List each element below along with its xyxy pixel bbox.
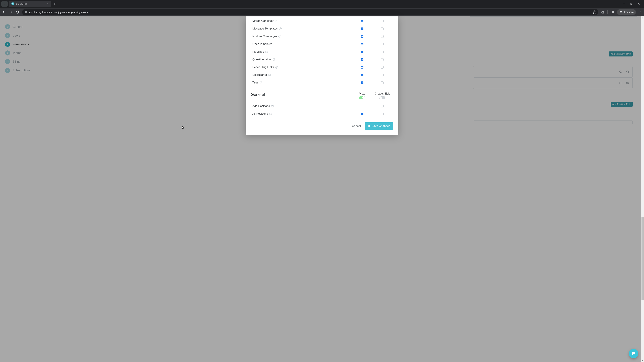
perm-view-checkbox[interactable] (361, 43, 364, 45)
star-icon (593, 10, 596, 14)
tab-close-button[interactable] (46, 3, 49, 5)
browser-tool-icons: Incognito (601, 9, 642, 15)
perm-view-checkbox[interactable] (361, 35, 364, 38)
perm-row: Offer Templates? (252, 40, 392, 48)
plus-icon (53, 2, 56, 5)
help-icon[interactable]: ? (274, 43, 276, 45)
tab-title: Breezy HR (16, 3, 27, 5)
arrow-left-icon (2, 10, 6, 14)
page-viewport: General Users Permissions Teams Billing … (0, 16, 644, 362)
minimize-icon (623, 3, 625, 5)
perm-label: All Positions (252, 112, 268, 115)
edit-all-toggle[interactable] (379, 96, 385, 99)
perm-edit-checkbox[interactable] (381, 105, 384, 107)
perm-label: Tags (252, 81, 258, 84)
perm-view-checkbox[interactable] (361, 81, 364, 84)
modal-footer: Cancel Save Changes (246, 118, 398, 131)
perm-view-checkbox[interactable] (361, 66, 364, 68)
new-tab-button[interactable] (53, 2, 56, 5)
perm-edit-checkbox[interactable] (381, 58, 384, 61)
perm-row: Tags? (252, 79, 392, 86)
help-icon[interactable]: ? (278, 35, 281, 38)
perm-edit-checkbox[interactable] (381, 35, 384, 38)
cancel-button[interactable]: Cancel (352, 124, 361, 128)
nav-reload[interactable] (16, 10, 20, 14)
perm-edit-checkbox[interactable] (381, 27, 384, 30)
browser-toolbar: app.breezy.hr/app/c/moodjoy/company/sett… (0, 8, 644, 16)
maximize-icon (630, 3, 632, 5)
scroll-thumb[interactable] (642, 217, 644, 300)
site-settings-icon (24, 10, 28, 13)
scroll-up-arrow[interactable]: ▲ (641, 16, 644, 19)
address-bar[interactable]: app.breezy.hr/app/c/moodjoy/company/sett… (22, 9, 598, 15)
window-minimize[interactable] (623, 3, 626, 5)
chevron-down-icon (3, 3, 6, 5)
perm-edit-checkbox[interactable] (381, 51, 384, 53)
puzzle-icon (601, 10, 604, 14)
extensions-button[interactable] (601, 10, 604, 14)
svg-point-20 (640, 13, 641, 13)
perm-label: Pipelines (252, 50, 264, 53)
perm-label: Questionnaires (252, 58, 272, 61)
perm-view-checkbox[interactable] (361, 74, 364, 76)
breezy-favicon (12, 2, 14, 5)
sidepanel-button[interactable] (611, 10, 614, 14)
chat-icon (632, 352, 636, 356)
help-icon[interactable]: ? (265, 51, 268, 53)
help-icon[interactable]: ? (276, 20, 278, 22)
perm-row-all-positions: All Positions ? (252, 110, 392, 118)
tab-search-button[interactable] (1, 1, 8, 7)
perm-row: Scorecards? (252, 71, 392, 79)
help-icon[interactable]: ? (260, 81, 262, 84)
save-label: Save Changes (372, 124, 390, 128)
incognito-indicator[interactable]: Incognito (617, 9, 636, 15)
browser-tab[interactable]: Breezy HR (9, 1, 51, 7)
window-close[interactable] (638, 3, 641, 5)
perm-view-checkbox[interactable] (361, 58, 364, 61)
help-icon[interactable]: ? (276, 66, 278, 68)
nav-forward[interactable] (9, 10, 13, 14)
perm-row: Nurture Campaigns? (252, 32, 392, 40)
column-header-edit: Create / Edit (372, 92, 392, 99)
help-icon[interactable]: ? (269, 113, 272, 115)
chat-fab[interactable] (629, 349, 638, 358)
close-icon (46, 3, 49, 5)
save-icon (368, 125, 370, 127)
perm-view-checkbox[interactable] (361, 113, 364, 115)
perm-row: Message Templates? (252, 25, 392, 32)
help-icon[interactable]: ? (273, 58, 276, 61)
perm-edit-checkbox[interactable] (381, 74, 384, 76)
perm-label: Scorecards (252, 73, 267, 77)
url-text: app.breezy.hr/app/c/moodjoy/company/sett… (29, 11, 88, 13)
view-all-toggle[interactable] (359, 96, 365, 99)
permissions-modal: Merge Candidate?Message Templates?Nurtur… (246, 16, 398, 135)
page-scrollbar[interactable]: ▲ ▼ (641, 16, 644, 362)
svg-point-18 (640, 11, 641, 11)
perm-edit-checkbox[interactable] (381, 113, 384, 115)
svg-rect-6 (630, 3, 632, 4)
help-icon[interactable]: ? (268, 74, 271, 76)
save-button[interactable]: Save Changes (365, 122, 393, 130)
arrow-right-icon (9, 10, 12, 14)
help-icon[interactable]: ? (271, 105, 274, 107)
perm-row: Merge Candidate? (252, 17, 392, 25)
section-title: General (251, 92, 352, 97)
perm-edit-checkbox[interactable] (381, 43, 384, 45)
window-maximize[interactable] (630, 3, 634, 5)
perm-view-checkbox[interactable] (361, 51, 364, 53)
help-icon[interactable]: ? (279, 27, 282, 30)
perm-label: Message Templates (252, 27, 278, 30)
perm-row: Pipelines? (252, 48, 392, 56)
browser-menu[interactable] (639, 10, 642, 13)
perm-view-checkbox[interactable] (361, 20, 364, 22)
perm-edit-checkbox[interactable] (381, 81, 384, 84)
perm-label: Nurture Campaigns (252, 35, 277, 38)
perm-view-checkbox[interactable] (361, 27, 364, 30)
scroll-down-arrow[interactable]: ▼ (641, 359, 644, 362)
bookmark-button[interactable] (593, 10, 596, 14)
svg-point-11 (25, 11, 26, 12)
perm-edit-checkbox[interactable] (381, 20, 384, 22)
nav-back[interactable] (2, 10, 6, 14)
panel-icon (611, 10, 614, 14)
perm-edit-checkbox[interactable] (381, 66, 384, 68)
